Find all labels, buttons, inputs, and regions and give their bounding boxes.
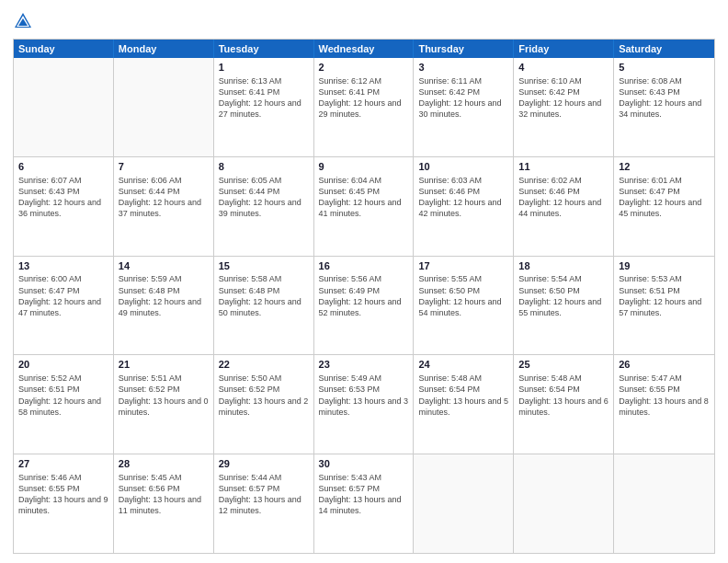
day-header-saturday: Saturday (614, 40, 714, 58)
day-number: 12 (619, 160, 710, 174)
day-header-sunday: Sunday (14, 40, 114, 58)
day-number: 28 (119, 457, 209, 471)
cell-info: Sunrise: 6:06 AMSunset: 6:44 PMDaylight:… (119, 175, 209, 220)
day-number: 25 (518, 358, 609, 372)
day-cell-2: 2Sunrise: 6:12 AMSunset: 6:41 PMDaylight… (314, 58, 415, 156)
day-number: 7 (119, 160, 209, 174)
cell-info: Sunrise: 5:48 AMSunset: 6:54 PMDaylight:… (518, 373, 609, 418)
day-cell-23: 23Sunrise: 5:49 AMSunset: 6:53 PMDayligh… (314, 355, 415, 454)
day-header-thursday: Thursday (414, 40, 514, 58)
day-cell-20: 20Sunrise: 5:52 AMSunset: 6:51 PMDayligh… (14, 355, 114, 454)
day-cell-4: 4Sunrise: 6:10 AMSunset: 6:42 PMDaylight… (514, 58, 614, 156)
empty-cell (114, 58, 214, 156)
calendar-row-0: 1Sunrise: 6:13 AMSunset: 6:41 PMDaylight… (14, 58, 714, 156)
cell-info: Sunrise: 6:11 AMSunset: 6:42 PMDaylight:… (418, 75, 508, 121)
day-number: 5 (619, 61, 710, 75)
day-header-friday: Friday (514, 40, 614, 58)
day-cell-27: 27Sunrise: 5:46 AMSunset: 6:55 PMDayligh… (14, 454, 114, 553)
day-number: 23 (319, 358, 409, 372)
cell-info: Sunrise: 6:04 AMSunset: 6:45 PMDaylight:… (319, 175, 409, 220)
cell-info: Sunrise: 5:43 AMSunset: 6:57 PMDaylight:… (319, 472, 409, 517)
cell-info: Sunrise: 5:46 AMSunset: 6:55 PMDaylight:… (18, 472, 108, 517)
header (13, 9, 715, 31)
day-cell-13: 13Sunrise: 6:00 AMSunset: 6:47 PMDayligh… (14, 257, 114, 355)
cell-info: Sunrise: 6:13 AMSunset: 6:41 PMDaylight:… (219, 75, 309, 121)
cell-info: Sunrise: 5:44 AMSunset: 6:57 PMDaylight:… (219, 472, 309, 517)
cell-info: Sunrise: 6:02 AMSunset: 6:46 PMDaylight:… (518, 175, 609, 220)
cell-info: Sunrise: 6:05 AMSunset: 6:44 PMDaylight:… (219, 175, 309, 220)
day-cell-14: 14Sunrise: 5:59 AMSunset: 6:48 PMDayligh… (114, 257, 214, 355)
calendar-header: SundayMondayTuesdayWednesdayThursdayFrid… (14, 40, 714, 58)
day-cell-10: 10Sunrise: 6:03 AMSunset: 6:46 PMDayligh… (414, 157, 514, 256)
day-header-monday: Monday (114, 40, 214, 58)
day-cell-1: 1Sunrise: 6:13 AMSunset: 6:41 PMDaylight… (214, 58, 314, 156)
day-number: 4 (518, 61, 609, 75)
calendar-row-3: 20Sunrise: 5:52 AMSunset: 6:51 PMDayligh… (14, 354, 714, 454)
day-cell-6: 6Sunrise: 6:07 AMSunset: 6:43 PMDaylight… (14, 157, 114, 256)
cell-info: Sunrise: 5:45 AMSunset: 6:56 PMDaylight:… (119, 472, 209, 517)
cell-info: Sunrise: 5:51 AMSunset: 6:52 PMDaylight:… (119, 373, 209, 418)
cell-info: Sunrise: 5:47 AMSunset: 6:55 PMDaylight:… (619, 373, 710, 418)
day-number: 10 (418, 160, 508, 174)
day-cell-25: 25Sunrise: 5:48 AMSunset: 6:54 PMDayligh… (514, 355, 614, 454)
logo (13, 9, 37, 31)
day-number: 17 (418, 259, 508, 273)
cell-info: Sunrise: 5:58 AMSunset: 6:48 PMDaylight:… (219, 273, 309, 318)
day-number: 8 (219, 160, 309, 174)
day-number: 14 (119, 259, 209, 273)
day-number: 29 (219, 457, 309, 471)
page: SundayMondayTuesdayWednesdayThursdayFrid… (0, 0, 728, 563)
cell-info: Sunrise: 5:56 AMSunset: 6:49 PMDaylight:… (319, 273, 409, 318)
calendar-row-4: 27Sunrise: 5:46 AMSunset: 6:55 PMDayligh… (14, 454, 714, 553)
day-cell-12: 12Sunrise: 6:01 AMSunset: 6:47 PMDayligh… (614, 157, 714, 256)
day-cell-3: 3Sunrise: 6:11 AMSunset: 6:42 PMDaylight… (414, 58, 514, 156)
day-number: 2 (319, 61, 409, 75)
cell-info: Sunrise: 6:03 AMSunset: 6:46 PMDaylight:… (418, 175, 508, 220)
day-number: 15 (219, 259, 309, 273)
day-number: 1 (219, 61, 309, 75)
day-number: 6 (18, 160, 108, 174)
cell-info: Sunrise: 5:55 AMSunset: 6:50 PMDaylight:… (418, 273, 508, 318)
cell-info: Sunrise: 6:10 AMSunset: 6:42 PMDaylight:… (518, 75, 609, 121)
calendar: SundayMondayTuesdayWednesdayThursdayFrid… (13, 39, 715, 554)
day-cell-5: 5Sunrise: 6:08 AMSunset: 6:43 PMDaylight… (614, 58, 714, 156)
cell-info: Sunrise: 5:49 AMSunset: 6:53 PMDaylight:… (319, 373, 409, 418)
cell-info: Sunrise: 6:12 AMSunset: 6:41 PMDaylight:… (319, 75, 409, 121)
cell-info: Sunrise: 6:00 AMSunset: 6:47 PMDaylight:… (18, 273, 108, 318)
day-cell-24: 24Sunrise: 5:48 AMSunset: 6:54 PMDayligh… (414, 355, 514, 454)
cell-info: Sunrise: 5:50 AMSunset: 6:52 PMDaylight:… (219, 373, 309, 418)
day-cell-19: 19Sunrise: 5:53 AMSunset: 6:51 PMDayligh… (614, 257, 714, 355)
day-number: 21 (119, 358, 209, 372)
calendar-body: 1Sunrise: 6:13 AMSunset: 6:41 PMDaylight… (14, 58, 714, 553)
day-number: 11 (518, 160, 609, 174)
logo-icon (13, 11, 33, 31)
day-number: 27 (18, 457, 108, 471)
day-number: 18 (518, 259, 609, 273)
day-number: 9 (319, 160, 409, 174)
cell-info: Sunrise: 6:01 AMSunset: 6:47 PMDaylight:… (619, 175, 710, 220)
empty-cell (514, 454, 614, 553)
day-number: 19 (619, 259, 710, 273)
calendar-row-1: 6Sunrise: 6:07 AMSunset: 6:43 PMDaylight… (14, 156, 714, 256)
day-number: 24 (418, 358, 508, 372)
day-cell-8: 8Sunrise: 6:05 AMSunset: 6:44 PMDaylight… (214, 157, 314, 256)
day-header-tuesday: Tuesday (214, 40, 314, 58)
day-cell-11: 11Sunrise: 6:02 AMSunset: 6:46 PMDayligh… (514, 157, 614, 256)
calendar-row-2: 13Sunrise: 6:00 AMSunset: 6:47 PMDayligh… (14, 256, 714, 355)
day-cell-21: 21Sunrise: 5:51 AMSunset: 6:52 PMDayligh… (114, 355, 214, 454)
day-cell-30: 30Sunrise: 5:43 AMSunset: 6:57 PMDayligh… (314, 454, 415, 553)
day-cell-18: 18Sunrise: 5:54 AMSunset: 6:50 PMDayligh… (514, 257, 614, 355)
day-number: 30 (319, 457, 409, 471)
empty-cell (414, 454, 514, 553)
day-number: 16 (319, 259, 409, 273)
cell-info: Sunrise: 6:07 AMSunset: 6:43 PMDaylight:… (18, 175, 108, 220)
cell-info: Sunrise: 5:54 AMSunset: 6:50 PMDaylight:… (518, 273, 609, 318)
day-cell-7: 7Sunrise: 6:06 AMSunset: 6:44 PMDaylight… (114, 157, 214, 256)
cell-info: Sunrise: 6:08 AMSunset: 6:43 PMDaylight:… (619, 75, 710, 121)
empty-cell (14, 58, 114, 156)
cell-info: Sunrise: 5:59 AMSunset: 6:48 PMDaylight:… (119, 273, 209, 318)
day-number: 3 (418, 61, 508, 75)
day-number: 26 (619, 358, 710, 372)
day-cell-29: 29Sunrise: 5:44 AMSunset: 6:57 PMDayligh… (214, 454, 314, 553)
cell-info: Sunrise: 5:52 AMSunset: 6:51 PMDaylight:… (18, 373, 108, 418)
